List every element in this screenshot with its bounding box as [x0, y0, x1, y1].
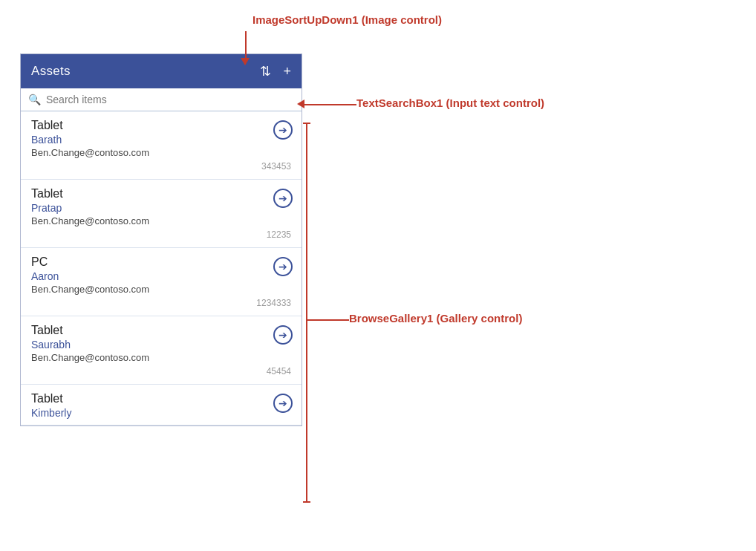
- item-navigate-button[interactable]: ➔: [273, 394, 293, 413]
- item-id: 12235: [31, 229, 291, 243]
- item-navigate-button[interactable]: ➔: [273, 257, 293, 276]
- item-owner: Pratap: [31, 202, 291, 214]
- search-magnifier-icon: 🔍: [28, 94, 41, 105]
- item-navigate-button[interactable]: ➔: [273, 325, 293, 345]
- header-icons: ⇅ +: [260, 63, 291, 79]
- gallery-item: Tablet Pratap Ben.Change@contoso.com 122…: [21, 180, 302, 248]
- panel-header: Assets ⇅ +: [21, 54, 302, 88]
- gallery-bracket-top: [303, 123, 310, 124]
- item-type: Tablet: [31, 119, 291, 132]
- item-owner: Aaron: [31, 270, 291, 282]
- search-arrow-h: [303, 104, 356, 105]
- search-arrow-head: [297, 100, 304, 108]
- item-type: Tablet: [31, 324, 291, 337]
- item-email: Ben.Change@contoso.com: [31, 147, 291, 158]
- item-id: 1234333: [31, 298, 291, 311]
- sort-icon[interactable]: ⇅: [260, 63, 271, 79]
- item-email: Ben.Change@contoso.com: [31, 215, 291, 226]
- gallery-item: PC Aaron Ben.Change@contoso.com 1234333 …: [21, 248, 302, 316]
- item-id: 45454: [31, 366, 291, 379]
- gallery-bracket-bottom: [303, 501, 310, 503]
- gallery-item: Tablet Saurabh Ben.Change@contoso.com 45…: [21, 316, 302, 385]
- search-box: 🔍: [21, 88, 302, 111]
- panel-title: Assets: [31, 64, 71, 79]
- item-type: PC: [31, 255, 291, 269]
- gallery-bracket-v: [306, 123, 307, 501]
- browse-gallery: Tablet Barath Ben.Change@contoso.com 343…: [21, 111, 302, 426]
- search-input[interactable]: [46, 94, 294, 105]
- gallery-item: Tablet Barath Ben.Change@contoso.com 343…: [21, 111, 302, 180]
- gallery-annotation-label: BrowseGallery1 (Gallery control): [349, 312, 522, 325]
- gallery-arrow-h: [306, 319, 349, 321]
- item-owner: Barath: [31, 134, 291, 146]
- item-type: Tablet: [31, 187, 291, 200]
- item-owner: Kimberly: [31, 407, 291, 419]
- search-annotation-label: TextSearchBox1 (Input text control): [356, 97, 544, 109]
- assets-panel: Assets ⇅ + 🔍 Tablet Barath Ben.Change@co…: [20, 53, 302, 426]
- add-icon[interactable]: +: [283, 64, 291, 79]
- item-id: 343453: [31, 161, 291, 175]
- sort-arrow-head: [241, 58, 250, 65]
- item-owner: Saurabh: [31, 339, 291, 351]
- sort-arrow-v: [245, 31, 247, 59]
- gallery-item: Tablet Kimberly ➔: [21, 385, 302, 426]
- item-navigate-button[interactable]: ➔: [273, 189, 293, 208]
- item-email: Ben.Change@contoso.com: [31, 352, 291, 363]
- sort-annotation-label: ImageSortUpDown1 (Image control): [252, 13, 442, 26]
- item-navigate-button[interactable]: ➔: [273, 120, 293, 140]
- item-type: Tablet: [31, 392, 291, 405]
- item-email: Ben.Change@contoso.com: [31, 284, 291, 295]
